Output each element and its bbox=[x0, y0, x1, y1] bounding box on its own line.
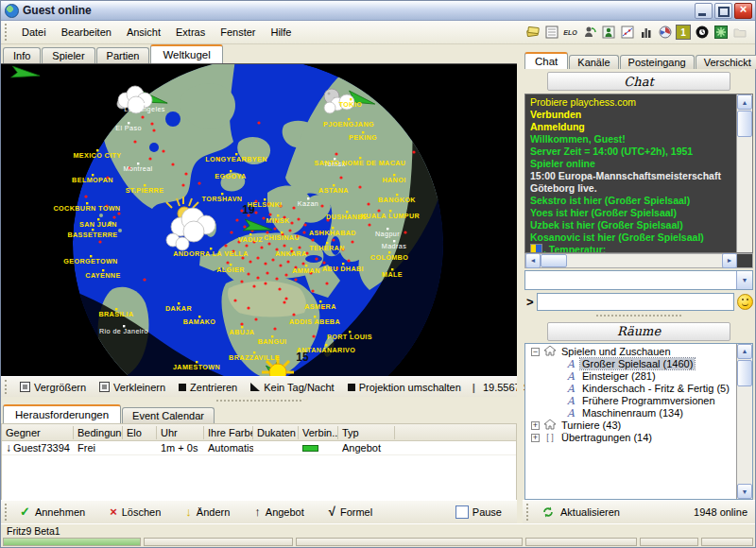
angebot-button[interactable]: ↑Angebot bbox=[250, 505, 311, 520]
annehmen-button[interactable]: ✓Annehmen bbox=[16, 505, 93, 520]
minimize-button[interactable] bbox=[695, 3, 713, 19]
center-icon bbox=[179, 384, 186, 391]
zoom-out-button[interactable]: Verkleinern bbox=[95, 381, 169, 394]
menu-extras[interactable]: Extras bbox=[168, 24, 213, 41]
chat-message: Yoes ist hier (Großer Spielsaal) bbox=[530, 207, 733, 219]
maximize-button[interactable] bbox=[714, 3, 732, 19]
chat-scrollbar[interactable]: ▲ bbox=[736, 94, 752, 252]
scroll-right-icon[interactable]: ► bbox=[722, 253, 737, 268]
tree-item-spielen[interactable]: −Spielen und Zuschauen bbox=[527, 346, 735, 358]
toolbar-grip[interactable] bbox=[5, 504, 10, 521]
database-icon[interactable] bbox=[524, 25, 541, 40]
column-header-verbin[interactable]: Verbin... bbox=[299, 426, 338, 439]
tab-partien[interactable]: Partien bbox=[96, 47, 150, 63]
scrollbar-thumb[interactable] bbox=[737, 111, 752, 137]
toolbar-grip[interactable] bbox=[5, 380, 7, 394]
menu-ansicht[interactable]: Ansicht bbox=[119, 24, 168, 41]
menu-bearbeiten[interactable]: Bearbeiten bbox=[54, 24, 119, 41]
chat-history-combo[interactable]: ▼ bbox=[524, 270, 753, 290]
column-header-elo[interactable]: Elo bbox=[123, 426, 157, 439]
horizontal-splitter[interactable] bbox=[523, 312, 755, 319]
players-icon[interactable] bbox=[600, 25, 616, 40]
menu-datei[interactable]: Datei bbox=[14, 24, 54, 41]
tab-verschickt[interactable]: Verschickt bbox=[696, 55, 756, 69]
challenge-row[interactable]: ↓Guest73394Frei1m + 0sAutomatischAngebot bbox=[2, 441, 516, 455]
tab-spieler[interactable]: Spieler bbox=[42, 47, 94, 63]
collapse-icon[interactable]: − bbox=[531, 348, 540, 356]
lschen-button[interactable]: ×Löschen bbox=[106, 505, 168, 520]
tree-item-frhere[interactable]: AFrühere Programmversionen bbox=[527, 395, 735, 407]
statistics-icon[interactable] bbox=[619, 25, 635, 40]
toolbar-grip[interactable] bbox=[5, 24, 10, 41]
tree-item-label: Turniere (43) bbox=[559, 420, 623, 431]
scroll-down-icon[interactable]: ▼ bbox=[737, 484, 752, 499]
column-header-ihrefarbe[interactable]: Ihre Farbe bbox=[204, 426, 253, 439]
zoom-in-button[interactable]: Vergrößern bbox=[16, 381, 90, 394]
chat-panel-header[interactable]: Chat bbox=[547, 72, 730, 91]
formel-button[interactable]: √Formel bbox=[325, 505, 380, 520]
city-label: Rio de Janeiro bbox=[99, 327, 148, 335]
ndern-button[interactable]: ↓Ändern bbox=[181, 505, 237, 520]
folder-icon[interactable] bbox=[731, 25, 747, 40]
channel-one-icon[interactable]: 1 bbox=[676, 25, 691, 40]
combo-dropdown-icon[interactable]: ▼ bbox=[736, 271, 752, 289]
scroll-up-icon[interactable]: ▲ bbox=[737, 94, 752, 110]
tab-info[interactable]: Info bbox=[3, 47, 41, 63]
games-list-icon[interactable] bbox=[543, 25, 559, 40]
scrollbar-thumb[interactable] bbox=[737, 360, 752, 386]
close-button[interactable] bbox=[734, 3, 752, 19]
tree-item-label: Kinderschach - Fritz & Fertig (5) bbox=[580, 383, 731, 394]
tab-weltkugel[interactable]: Weltkugel bbox=[150, 44, 222, 63]
horizontal-splitter[interactable] bbox=[1, 397, 517, 404]
expand-icon[interactable]: + bbox=[531, 434, 540, 442]
tab-herausforderungen[interactable]: Herausforderungen bbox=[3, 404, 121, 423]
center-button[interactable]: Zentrieren bbox=[175, 381, 241, 394]
player-update-icon[interactable] bbox=[581, 25, 597, 40]
tab-posteingang[interactable]: Posteingang bbox=[620, 55, 695, 69]
tree-item-kinderschach[interactable]: AKinderschach - Fritz & Fertig (5) bbox=[527, 383, 735, 395]
chat-log: Probiere playchess.comVerbundenAnmeldung… bbox=[524, 94, 753, 253]
scrollbar-thumb[interactable] bbox=[541, 254, 567, 267]
city-label: MEXICO CITY bbox=[73, 151, 121, 160]
smiley-icon[interactable] bbox=[737, 294, 753, 310]
pause-checkbox[interactable] bbox=[455, 505, 469, 519]
tree-item-turniere[interactable]: +Turniere (43) bbox=[527, 420, 735, 432]
menu-fenster[interactable]: Fenster bbox=[213, 24, 263, 41]
column-header-uhr[interactable]: Uhr bbox=[157, 426, 204, 439]
projection-button[interactable]: Projektion umschalten bbox=[344, 381, 465, 394]
rooms-panel-header[interactable]: Räume bbox=[547, 322, 730, 341]
combo-field[interactable] bbox=[525, 271, 736, 289]
blitz-clock-icon[interactable] bbox=[694, 25, 710, 40]
tab-chat[interactable]: Chat bbox=[524, 52, 568, 69]
toolbar-grip[interactable] bbox=[526, 504, 532, 521]
refresh-label[interactable]: Aktualisieren bbox=[560, 506, 620, 518]
chat-h-scrollbar[interactable]: ◄ ► bbox=[524, 253, 753, 268]
menu-hilfe[interactable]: Hilfe bbox=[263, 24, 299, 41]
column-header-typ[interactable]: Typ bbox=[338, 426, 395, 439]
tab-kan-le[interactable]: Kanäle bbox=[569, 55, 618, 69]
column-header-dukaten[interactable]: Dukaten bbox=[253, 426, 299, 439]
day-night-button[interactable]: Kein Tag/Nacht bbox=[247, 381, 337, 394]
scroll-left-icon[interactable]: ◄ bbox=[525, 253, 541, 268]
city-label: LONGYEARBYEN bbox=[205, 155, 267, 163]
tree-item-maschinenraum[interactable]: AMaschinenraum (134) bbox=[527, 407, 735, 420]
city-label: ANKARA bbox=[275, 249, 307, 258]
rating-list-icon[interactable]: ELO bbox=[562, 25, 578, 40]
scroll-up-icon[interactable]: ▲ bbox=[737, 344, 752, 359]
action-label: Angebot bbox=[266, 506, 304, 518]
refresh-icon[interactable] bbox=[541, 505, 555, 519]
tab-event-calendar[interactable]: Event Calendar bbox=[122, 407, 215, 423]
column-header-bedingungen[interactable]: Bedingungen bbox=[74, 426, 123, 439]
world-globe-view[interactable]: 1915 Los AngelesEl PasoMEXICO CITYMontre… bbox=[1, 63, 517, 376]
new-game-star-icon[interactable] bbox=[713, 25, 729, 40]
bar-chart-icon[interactable] bbox=[638, 25, 654, 40]
tree-scrollbar[interactable]: ▲ ▼ bbox=[736, 344, 752, 500]
tree-item-bertragungen[interactable]: +[ ]Übertragungen (14) bbox=[527, 432, 735, 444]
tree-item-einsteiger[interactable]: AEinsteiger (281) bbox=[527, 370, 735, 383]
tree-item-groer[interactable]: AGroßer Spielsaal (1460) bbox=[527, 358, 735, 370]
city-label: BRASILIA bbox=[98, 310, 133, 318]
expand-icon[interactable]: + bbox=[531, 421, 540, 430]
clock-icon[interactable] bbox=[657, 25, 673, 40]
chat-message-input[interactable] bbox=[537, 293, 734, 311]
column-header-gegner[interactable]: Gegner bbox=[2, 426, 74, 439]
